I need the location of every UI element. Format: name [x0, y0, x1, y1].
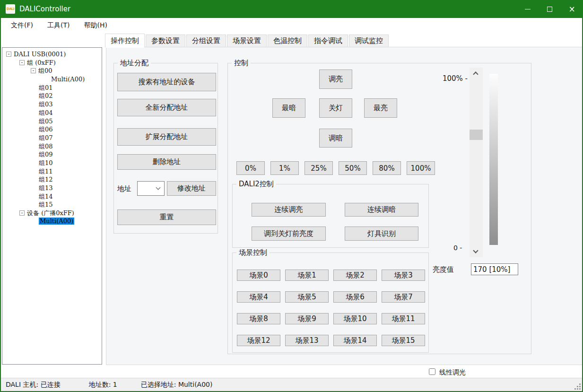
percent-button-3[interactable]: 50% — [339, 161, 367, 175]
continuous-dim-up-button[interactable]: 连续调亮 — [252, 203, 326, 217]
scene-button-6[interactable]: 场景6 — [333, 291, 377, 303]
delete-address-button[interactable]: 删除地址 — [117, 154, 216, 170]
tree-expander-icon[interactable]: - — [31, 68, 36, 73]
scroll-down-icon[interactable] — [473, 248, 478, 253]
continuous-dim-down-button[interactable]: 连续调暗 — [345, 203, 418, 217]
max-level-button[interactable]: 最亮 — [364, 98, 397, 118]
scene-button-9[interactable]: 场景9 — [285, 313, 329, 324]
menu-help[interactable]: 帮助(H) — [77, 18, 114, 33]
linear-dimming-checkbox[interactable] — [429, 368, 435, 375]
assign-new-address-button[interactable]: 全新分配地址 — [117, 99, 216, 116]
tree-item[interactable]: 组12 — [2, 175, 102, 183]
scrollbar-thumb[interactable] — [470, 130, 483, 140]
reset-button[interactable]: 重置 — [117, 209, 216, 225]
tree-item-label[interactable]: DALI USB(0001) — [14, 51, 66, 58]
scene-button-1[interactable]: 场景1 — [285, 270, 329, 281]
tree-item[interactable]: 组07 — [2, 133, 102, 142]
tree-item[interactable]: -组 (0xFF) — [2, 58, 102, 67]
menu-file[interactable]: 文件(F) — [4, 18, 40, 33]
scene-button-5[interactable]: 场景5 — [285, 291, 329, 303]
tree-item[interactable]: Multi(A00) — [2, 217, 102, 226]
percent-button-4[interactable]: 80% — [373, 161, 401, 175]
tree-item-label[interactable]: 组05 — [39, 117, 53, 124]
lamp-off-button[interactable]: 关灯 — [319, 98, 352, 118]
minimize-button[interactable] — [516, 0, 539, 18]
tree-expander-icon[interactable]: - — [6, 52, 11, 57]
brightness-value-field[interactable]: 170 [10%] — [471, 263, 518, 275]
scene-button-15[interactable]: 场景15 — [382, 335, 425, 346]
tree-item-label[interactable]: 组11 — [39, 167, 53, 174]
tree-item-label[interactable]: 组08 — [39, 142, 53, 149]
scene-button-2[interactable]: 场景2 — [333, 270, 377, 281]
lamp-identify-button[interactable]: 灯具识别 — [345, 226, 418, 241]
dim-up-button[interactable]: 调亮 — [319, 70, 352, 89]
tree-item-label[interactable]: 组14 — [39, 192, 53, 200]
tree-item-label[interactable]: Multi(A00) — [39, 218, 74, 225]
tree-expander-icon[interactable]: - — [19, 60, 25, 65]
tree-item[interactable]: 组06 — [2, 125, 102, 133]
tree-item[interactable]: 组05 — [2, 117, 102, 125]
tree-item[interactable]: -设备 (广播0xFF) — [2, 209, 102, 217]
percent-button-5[interactable]: 100% — [407, 161, 435, 175]
tree-item-label[interactable]: 组09 — [39, 151, 53, 158]
tab-command-debug[interactable]: 指令调试 — [308, 35, 348, 47]
tree-item-label[interactable]: 组10 — [39, 159, 53, 166]
tab-parameter-settings[interactable]: 参数设置 — [146, 35, 185, 47]
tree-item-label[interactable]: Multi(A00) — [51, 76, 85, 83]
tree-item[interactable]: Multi(A00) — [2, 75, 102, 83]
modify-address-button[interactable]: 修改地址 — [167, 181, 216, 196]
tree-item-label[interactable]: 组02 — [39, 92, 53, 99]
percent-button-0[interactable]: 0% — [236, 161, 265, 175]
menu-tools[interactable]: 工具(T) — [40, 18, 77, 33]
tree-item-label[interactable]: 设备 (广播0xFF) — [27, 209, 74, 217]
tab-group-settings[interactable]: 分组设置 — [186, 35, 226, 47]
scene-button-0[interactable]: 场景0 — [237, 270, 280, 281]
scene-button-8[interactable]: 场景8 — [237, 313, 280, 324]
percent-button-2[interactable]: 25% — [305, 161, 333, 175]
tree-item-label[interactable]: 组13 — [39, 184, 53, 192]
tree-item[interactable]: 组03 — [2, 100, 102, 108]
scene-button-13[interactable]: 场景13 — [285, 335, 329, 346]
tree-item-label[interactable]: 组15 — [39, 201, 53, 208]
tree-item[interactable]: 组09 — [2, 150, 102, 158]
tab-scene-settings[interactable]: 场景设置 — [227, 35, 267, 47]
tree-item[interactable]: 组11 — [2, 167, 102, 175]
tree-item[interactable]: 组14 — [2, 192, 102, 200]
tree-item[interactable]: -DALI USB(0001) — [2, 50, 102, 58]
tree-item[interactable]: 组15 — [2, 200, 102, 209]
close-button[interactable]: × — [561, 0, 583, 18]
tree-item-label[interactable]: 组06 — [39, 126, 53, 133]
tree-item[interactable]: 组10 — [2, 158, 102, 167]
tab-debug-monitor[interactable]: 调试监控 — [349, 35, 389, 47]
min-level-button[interactable]: 最暗 — [272, 98, 305, 118]
tree-item[interactable]: 组02 — [2, 91, 102, 100]
tab-operation-control[interactable]: 操作控制 — [105, 34, 145, 48]
scene-button-3[interactable]: 场景3 — [382, 270, 425, 281]
tree-item[interactable]: -组00 — [2, 66, 102, 75]
brightness-scrollbar[interactable] — [470, 68, 483, 257]
maximize-button[interactable] — [539, 0, 561, 18]
goto-last-level-button[interactable]: 调到关灯前亮度 — [252, 226, 326, 241]
percent-button-1[interactable]: 1% — [270, 161, 299, 175]
dim-down-button[interactable]: 调暗 — [319, 129, 352, 148]
scene-button-7[interactable]: 场景7 — [382, 291, 425, 303]
scene-button-4[interactable]: 场景4 — [237, 291, 280, 303]
tree-item[interactable]: 组04 — [2, 108, 102, 117]
scene-button-14[interactable]: 场景14 — [333, 335, 377, 346]
assign-extend-address-button[interactable]: 扩展分配地址 — [117, 128, 216, 146]
tree-item[interactable]: 组01 — [2, 83, 102, 92]
resize-grip-icon[interactable] — [579, 388, 581, 390]
scroll-up-icon[interactable] — [473, 71, 478, 77]
tree-item-label[interactable]: 组00 — [38, 67, 52, 74]
tree-expander-icon[interactable]: - — [19, 210, 25, 216]
tree-item-label[interactable]: 组12 — [39, 176, 53, 183]
tab-color-temp-control[interactable]: 色温控制 — [268, 35, 307, 47]
tree-item-label[interactable]: 组04 — [39, 109, 53, 116]
tree-item-label[interactable]: 组03 — [39, 101, 53, 108]
tree-item-label[interactable]: 组01 — [39, 84, 53, 91]
scene-button-10[interactable]: 场景10 — [333, 313, 377, 324]
scene-button-11[interactable]: 场景11 — [382, 313, 425, 324]
tree-item[interactable]: 组08 — [2, 142, 102, 150]
scene-button-12[interactable]: 场景12 — [237, 335, 280, 346]
tree-item-label[interactable]: 组07 — [39, 134, 53, 141]
